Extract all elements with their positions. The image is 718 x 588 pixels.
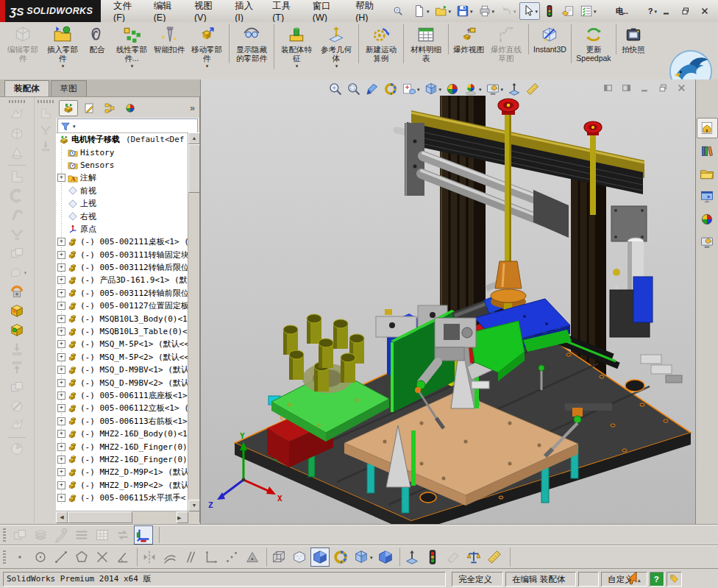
tree-expander[interactable]: + bbox=[57, 456, 65, 464]
bottom-toolbar-button[interactable]: ▾ bbox=[352, 548, 374, 567]
document-window-control[interactable] bbox=[638, 82, 651, 93]
hud-button[interactable]: ▾ bbox=[327, 81, 344, 97]
tree-vertical-scrollbar[interactable]: ▲ ▼ bbox=[188, 132, 199, 511]
tree-expander[interactable]: + bbox=[57, 468, 65, 476]
bottom-toolbar-button[interactable]: ▾ bbox=[444, 548, 463, 567]
tree-item[interactable]: +(-) MSQ_D-M9BV<2> (默认 bbox=[56, 376, 188, 389]
search-icon[interactable] bbox=[393, 6, 403, 16]
tree-item[interactable]: +(-) 005-003111转轴固定块 bbox=[56, 249, 188, 261]
tree-item[interactable]: +(-) MSQB10L3_Table(0)<1 bbox=[56, 325, 188, 338]
bottom-toolbar-button[interactable]: ▾ bbox=[222, 548, 241, 567]
document-window-control[interactable] bbox=[656, 82, 669, 93]
tree-expander[interactable]: + bbox=[57, 302, 65, 310]
tree-expander[interactable]: + bbox=[57, 315, 65, 323]
tree-expander[interactable]: + bbox=[57, 327, 65, 336]
bottom-toolbar-button[interactable]: ▾ bbox=[113, 525, 132, 545]
quick-tool-button[interactable]: ▾ bbox=[454, 2, 475, 20]
tree-item[interactable]: +(-) 005-003112转轴前限位 bbox=[56, 287, 188, 300]
tree-expander[interactable]: + bbox=[57, 417, 65, 425]
tree-expander[interactable]: + bbox=[57, 379, 65, 387]
left-toolbar-button[interactable]: ▾ bbox=[8, 165, 26, 186]
bottom-toolbar-button[interactable]: ▾ bbox=[423, 548, 442, 567]
task-pane-tab[interactable] bbox=[697, 141, 718, 161]
dropdown-arrow[interactable]: ▾ bbox=[206, 63, 209, 68]
tree-expander[interactable]: + bbox=[57, 404, 65, 412]
tree-item[interactable]: +(-) 005-006115水平抓手< bbox=[56, 492, 188, 504]
tree-expander[interactable]: + bbox=[57, 353, 65, 361]
scroll-up-button[interactable]: ▲ bbox=[188, 132, 200, 144]
hud-button[interactable]: ▾ bbox=[463, 81, 483, 97]
command-button[interactable]: Instant3D▾ bbox=[528, 24, 569, 54]
left-toolbar-button[interactable]: ▾ bbox=[8, 186, 26, 205]
dropdown-arrow[interactable]: ▾ bbox=[479, 87, 482, 92]
bottom-toolbar-button[interactable]: ▾ bbox=[31, 525, 50, 545]
tree-item[interactable]: +(-) MHZ2-16D_Finger(0)< bbox=[56, 453, 188, 466]
dropdown-arrow[interactable]: ▾ bbox=[131, 63, 134, 68]
dropdown-arrow[interactable]: ▾ bbox=[492, 9, 495, 14]
document-window-control[interactable] bbox=[619, 82, 633, 93]
dropdown-arrow[interactable]: ▾ bbox=[296, 63, 299, 68]
document-window-control[interactable] bbox=[675, 82, 688, 93]
quick-tool-button[interactable]: ?▾ bbox=[632, 2, 659, 20]
bottom-toolbar-button[interactable]: ▾ bbox=[10, 548, 29, 567]
tree-item[interactable]: +右视 bbox=[56, 210, 188, 222]
tree-item[interactable]: +(-) 005-006112立板<1> ( bbox=[56, 402, 188, 414]
command-button[interactable]: 装配体特征▾ bbox=[274, 24, 316, 69]
scroll-thumb[interactable] bbox=[188, 144, 200, 193]
featuremanager-tab[interactable] bbox=[121, 100, 140, 116]
hud-button[interactable]: ▾ bbox=[364, 81, 380, 97]
left-toolbar-button[interactable]: ▾ bbox=[8, 339, 26, 358]
dropdown-arrow[interactable]: ▾ bbox=[427, 9, 430, 14]
tree-item[interactable]: +(-) 005-006111底座板<1> bbox=[56, 389, 188, 402]
task-pane-tab[interactable] bbox=[697, 232, 718, 252]
command-button[interactable]: 材料明细表▾ bbox=[403, 24, 446, 63]
bottom-toolbar-button[interactable]: ▾ bbox=[137, 548, 159, 567]
bottom-toolbar-button[interactable]: ▾ bbox=[72, 548, 91, 567]
scroll-thumb[interactable] bbox=[68, 511, 132, 523]
command-button[interactable]: 智能扣件▾ bbox=[152, 24, 187, 54]
tree-horizontal-scrollbar[interactable]: ◀ ▶ bbox=[56, 511, 188, 523]
document-window-control[interactable] bbox=[601, 82, 614, 93]
bottom-toolbar-button[interactable]: ▾ bbox=[399, 548, 422, 567]
hud-button[interactable]: ▾ bbox=[423, 81, 443, 97]
tree-item[interactable]: +Sensors bbox=[56, 159, 188, 171]
tree-root[interactable]: 电机转子移载 (Default<Def bbox=[56, 133, 188, 146]
quick-tool-button[interactable]: ▾ bbox=[577, 2, 599, 20]
tree-item[interactable]: +(-) MHZ2_D-M9P<1> (默认 bbox=[56, 466, 188, 478]
tree-item[interactable]: +(-) MSQ_M-5P<1> (默认<< bbox=[56, 338, 188, 350]
command-button[interactable]: 编辑零部件▾ bbox=[3, 24, 43, 63]
dropdown-arrow[interactable]: ▾ bbox=[513, 9, 516, 14]
dropdown-arrow[interactable]: ▾ bbox=[439, 87, 442, 92]
bottom-toolbar-button[interactable]: ▾ bbox=[485, 548, 504, 567]
bottom-toolbar-button[interactable]: ▾ bbox=[31, 548, 50, 567]
left-toolbar-button[interactable]: ▾ bbox=[8, 358, 26, 378]
filter-bar[interactable]: ▾ bbox=[57, 118, 198, 134]
tree-item[interactable]: +(-) MSQ_M-5P<2> (默认<< bbox=[56, 351, 188, 364]
bottom-toolbar-button[interactable]: ▾ bbox=[202, 548, 221, 567]
bottom-toolbar-button[interactable]: ▾ bbox=[290, 548, 309, 567]
dropdown-arrow[interactable]: ▾ bbox=[73, 124, 76, 129]
left-toolbar-button[interactable]: ▾ bbox=[8, 144, 26, 163]
dropdown-arrow[interactable]: ▾ bbox=[370, 555, 373, 560]
featuremanager-tab[interactable] bbox=[79, 100, 99, 116]
task-pane-tab[interactable] bbox=[697, 209, 718, 230]
tree-expander[interactable]: + bbox=[57, 276, 65, 284]
tree-expander[interactable]: + bbox=[57, 238, 65, 246]
bottom-toolbar-button[interactable]: ▾ bbox=[134, 525, 153, 545]
tree-item[interactable]: +(-) MHZ2-16D_Finger(0)< bbox=[56, 440, 188, 453]
bottom-toolbar-button[interactable]: ▾ bbox=[10, 525, 29, 545]
command-button[interactable]: 爆炸视图▾ bbox=[448, 24, 486, 54]
hud-button[interactable]: ▾ bbox=[401, 81, 421, 97]
graphics-area[interactable]: Y X Z ▾▾▾▾▾▾▾▾▾▾▾ bbox=[200, 79, 695, 524]
dropdown-arrow[interactable]: ▾ bbox=[536, 9, 538, 14]
command-button[interactable]: 新建运动算例▾ bbox=[358, 24, 401, 63]
featuremanager-tab[interactable] bbox=[100, 100, 119, 116]
window-control-button[interactable] bbox=[697, 4, 712, 18]
bottom-toolbar-button[interactable]: ▾ bbox=[93, 525, 112, 545]
toolbar-grip[interactable] bbox=[9, 100, 25, 103]
quick-tool-button[interactable]: ▾ bbox=[476, 2, 497, 20]
dropdown-arrow[interactable]: ▾ bbox=[470, 9, 473, 14]
tag-button[interactable] bbox=[667, 572, 682, 587]
quick-tool-button[interactable]: ▾ bbox=[541, 2, 558, 20]
bottom-toolbar-button[interactable]: ▾ bbox=[464, 548, 483, 567]
